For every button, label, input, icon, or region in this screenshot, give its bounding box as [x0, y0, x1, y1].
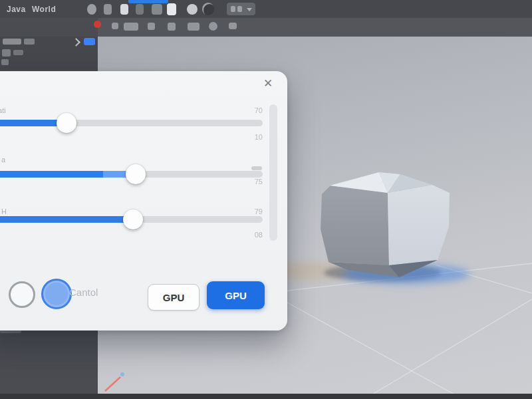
- selected-marker[interactable]: [84, 38, 95, 45]
- outliner-item[interactable]: [3, 39, 21, 45]
- slider-3-label: H: [1, 207, 7, 215]
- outliner-item-icon[interactable]: [2, 49, 11, 57]
- toolbar-dropdown[interactable]: [227, 3, 255, 15]
- slider-1-value-bottom: 10: [247, 133, 263, 141]
- top-menu-bar: [0, 0, 532, 18]
- slider-2-value-bottom: 75: [247, 178, 263, 186]
- toolbar-icon-2[interactable]: [104, 4, 112, 15]
- sphere-icon[interactable]: [202, 3, 214, 15]
- tool-icon-3[interactable]: [148, 23, 155, 30]
- secondary-toolbar: [98, 18, 532, 37]
- slider-2-label: a: [1, 156, 5, 164]
- tool-icon-1[interactable]: [112, 23, 118, 29]
- tool-icon-7[interactable]: [229, 23, 237, 29]
- close-icon[interactable]: ✕: [261, 76, 275, 91]
- dropdown-value-blob: [231, 6, 235, 12]
- tool-icon-6[interactable]: [209, 22, 217, 31]
- gpu-secondary-button[interactable]: GPU: [148, 284, 200, 311]
- outliner-item[interactable]: [13, 50, 23, 55]
- slider-3-fill: [0, 216, 133, 223]
- slider-1-handle[interactable]: [57, 113, 76, 133]
- slider-1: [0, 120, 263, 126]
- toolbar-icon-5[interactable]: [152, 4, 162, 15]
- user-icon[interactable]: [187, 4, 198, 15]
- menu-item-2[interactable]: World: [32, 5, 56, 14]
- outliner-item[interactable]: [1, 59, 9, 65]
- tool-icon-4[interactable]: [168, 23, 176, 31]
- document-icon[interactable]: [167, 3, 176, 15]
- slider-3: [0, 216, 263, 223]
- toolbar-icon-4[interactable]: [136, 4, 144, 15]
- dropdown-value-blob: [237, 6, 242, 12]
- slider-3-handle[interactable]: [123, 209, 143, 229]
- record-dot-icon[interactable]: [94, 21, 101, 28]
- blurred-value-pill: [251, 166, 262, 170]
- app-window: Java World ✕ tati 70 10 a: [0, 0, 532, 399]
- slider-2: [0, 171, 263, 178]
- chevron-down-icon: [247, 8, 252, 11]
- gpu-primary-button[interactable]: GPU: [207, 281, 265, 309]
- slider-3-value-bottom: 08: [247, 231, 263, 239]
- radio-option-1[interactable]: [9, 281, 35, 308]
- settings-dialog: ✕ tati 70 10 a 75 H 79 08: [0, 71, 287, 331]
- radio-option-2-selected[interactable]: [41, 279, 72, 309]
- menu-item-1[interactable]: Java: [7, 5, 26, 14]
- dialog-scrollbar[interactable]: [269, 104, 277, 241]
- slider-1-value-top: 70: [247, 106, 263, 114]
- status-bar: [0, 394, 532, 399]
- slider-2-handle[interactable]: [126, 164, 146, 184]
- slider-1-label: tati: [0, 106, 6, 114]
- tool-icon-2[interactable]: [124, 23, 138, 31]
- radio-group-label: Cantol: [69, 287, 98, 298]
- toolbar-icon-1[interactable]: [87, 4, 96, 15]
- active-tab-strip: [128, 0, 168, 3]
- slider-3-value-top: 79: [247, 207, 263, 215]
- toolbar-icon-3[interactable]: [120, 4, 128, 15]
- tool-icon-5[interactable]: [188, 23, 200, 31]
- slider-2-fill: [0, 171, 136, 178]
- outliner-item[interactable]: [24, 39, 35, 45]
